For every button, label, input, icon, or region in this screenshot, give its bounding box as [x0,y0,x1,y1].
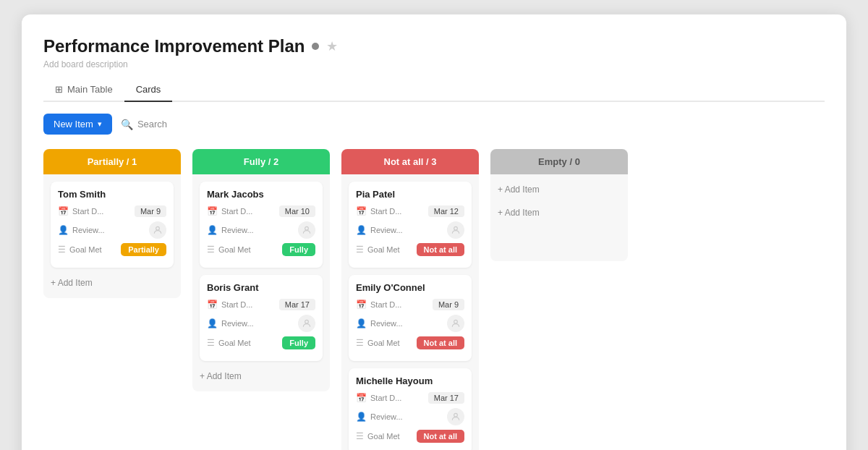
calendar-icon: 📅 [356,300,367,310]
table-row[interactable]: Emily O'Connel📅Start D...Mar 9👤Review...… [349,275,472,361]
field-label-text: Start D... [221,300,252,309]
card-name: Tom Smith [58,189,166,200]
table-row[interactable]: Boris Grant📅Start D...Mar 17👤Review...☰G… [200,275,323,361]
card-field-date: 📅Start D...Mar 9 [58,205,166,217]
new-item-button[interactable]: New Item ▾ [43,114,112,135]
svg-point-3 [454,226,458,230]
field-value[interactable]: Not at all [417,243,464,256]
tab-cards-label: Cards [136,84,161,95]
card-field-person: 👤Review... [356,315,464,332]
card-field-date: 📅Start D...Mar 17 [356,392,464,404]
tabs-row: ⊞ Main Table Cards [43,78,825,102]
calendar-icon: 📅 [356,393,367,403]
card-field-status: ☰Goal MetNot at all [356,430,464,443]
avatar[interactable] [447,315,464,332]
card-field-date: 📅Start D...Mar 10 [207,205,315,217]
card-name: Mark Jacobs [207,189,315,200]
field-value: Mar 17 [428,392,464,404]
field-value[interactable]: Not at all [417,430,464,443]
card-name: Michelle Hayoum [356,375,464,386]
table-row[interactable]: Mark Jacobs📅Start D...Mar 10👤Review...☰G… [200,182,323,268]
field-label-text: Start D... [72,207,103,216]
card-field-label: 👤Review... [207,225,254,235]
person-icon: 👤 [356,318,367,328]
board-description[interactable]: Add board description [43,59,825,69]
new-item-label: New Item [54,119,93,130]
card-field-label: 📅Start D... [207,206,252,216]
add-item-button-empty[interactable]: + Add Item [498,205,621,221]
card-field-date: 📅Start D...Mar 17 [207,299,315,310]
filter-row: New Item ▾ 🔍 Search [43,114,825,135]
table-row[interactable]: Michelle Hayoum📅Start D...Mar 17👤Review.… [349,368,472,450]
field-value[interactable]: Fully [282,336,315,349]
page-title: Performance Improvement Plan [43,36,305,56]
field-value[interactable]: Partially [121,243,166,256]
field-value[interactable]: Not at all [417,336,464,349]
field-label-text: Review... [72,226,105,234]
add-item-button[interactable]: + Add Item [498,182,621,198]
avatar[interactable] [447,408,464,425]
field-label-text: Review... [370,226,403,234]
board-body-partially: Tom Smith📅Start D...Mar 9👤Review...☰Goal… [43,174,181,298]
search-icon: 🔍 [121,119,133,130]
avatar[interactable] [298,315,315,332]
board-body-empty: + Add Item+ Add Item [490,174,628,261]
field-label-text: Review... [221,319,254,328]
card-field-person: 👤Review... [207,315,315,332]
card-field-label: 📅Start D... [356,393,401,403]
card-field-status: ☰Goal MetPartially [58,243,166,256]
svg-point-0 [156,226,160,230]
avatar[interactable] [447,221,464,239]
card-field-status: ☰Goal MetFully [207,243,315,256]
card-field-label: 👤Review... [58,225,105,235]
avatar[interactable] [298,221,315,239]
card-name: Emily O'Connel [356,282,464,293]
board-header-empty: Empty / 0 [490,149,628,174]
field-label-text: Start D... [370,207,401,216]
table-row[interactable]: Pia Patel📅Start D...Mar 12👤Review...☰Goa… [349,182,472,268]
field-label-text: Start D... [221,207,252,216]
search-label: Search [137,119,167,130]
card-field-person: 👤Review... [356,221,464,239]
star-icon[interactable]: ★ [326,38,338,54]
card-field-label: 📅Start D... [356,206,401,216]
table-row[interactable]: Tom Smith📅Start D...Mar 9👤Review...☰Goal… [51,182,174,268]
status-icon: ☰ [356,245,364,255]
card-field-label: ☰Goal Met [58,245,102,255]
field-value: Mar 9 [135,205,166,217]
card-name: Pia Patel [356,189,464,200]
person-icon: 👤 [58,225,69,235]
field-value[interactable]: Fully [282,243,315,256]
avatar[interactable] [149,221,166,239]
person-icon: 👤 [207,318,218,328]
svg-point-5 [454,413,458,417]
card-field-label: 📅Start D... [356,300,401,310]
tab-main-table-label: Main Table [67,84,113,95]
tab-cards[interactable]: Cards [124,78,173,102]
header-title-row: Performance Improvement Plan ★ [43,36,825,56]
card-field-label: 📅Start D... [58,206,103,216]
card-field-label: ☰Goal Met [207,338,251,348]
card-field-label: 📅Start D... [207,300,252,310]
field-value: Mar 12 [428,205,464,217]
board-column-empty: Empty / 0+ Add Item+ Add Item [490,149,628,261]
board-header-not-at-all: Not at all / 3 [341,149,479,174]
tab-main-table[interactable]: ⊞ Main Table [43,78,124,102]
person-icon: 👤 [207,225,218,235]
card-field-label: ☰Goal Met [356,338,400,348]
add-item-button[interactable]: + Add Item [200,368,323,384]
board-column-partially: Partially / 1Tom Smith📅Start D...Mar 9👤R… [43,149,181,298]
card-field-date: 📅Start D...Mar 12 [356,205,464,217]
field-label-text: Goal Met [367,339,400,347]
card-field-date: 📅Start D...Mar 9 [356,299,464,310]
app-container: Performance Improvement Plan ★ Add board… [22,14,846,450]
person-icon: 👤 [356,412,367,422]
status-icon: ☰ [58,245,66,255]
board-header-partially: Partially / 1 [43,149,181,174]
search-box[interactable]: 🔍 Search [121,119,167,130]
add-item-button[interactable]: + Add Item [51,275,174,291]
person-icon: 👤 [356,225,367,235]
dot-icon [312,43,319,50]
field-value: Mar 10 [279,205,315,217]
card-field-label: ☰Goal Met [356,431,400,441]
